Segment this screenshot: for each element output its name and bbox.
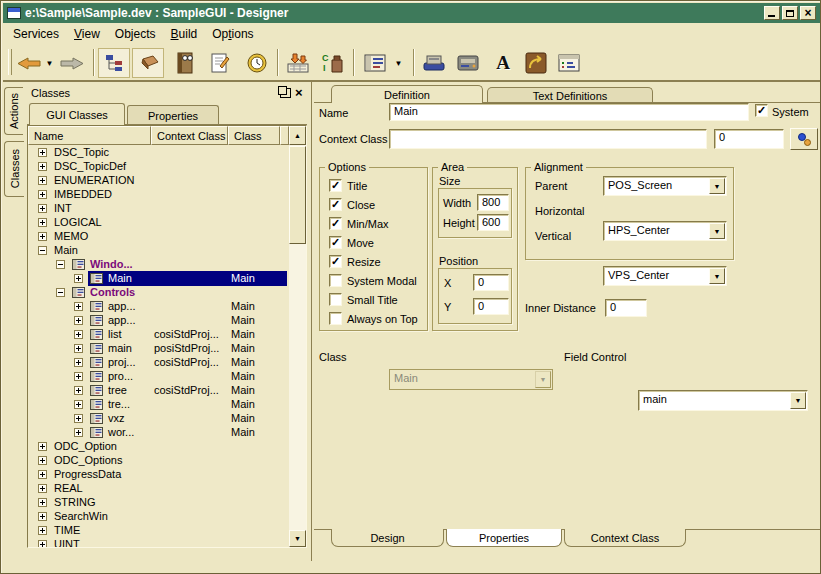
menu-build[interactable]: Build (171, 27, 198, 41)
tree-row[interactable]: listcosiStdProj...Main (28, 328, 289, 342)
tab-properties-left[interactable]: Properties (127, 105, 219, 125)
tree-expander[interactable] (74, 316, 83, 325)
vertical-combobox[interactable]: VPS_Center▼ (603, 266, 727, 286)
tree-row[interactable]: Controls (28, 286, 289, 300)
tree-row[interactable]: Main (28, 244, 289, 258)
tree-row[interactable]: REAL (28, 482, 289, 496)
tree-expander[interactable] (38, 442, 47, 451)
tree-expander[interactable] (74, 414, 83, 423)
tree-row[interactable]: MainMain (28, 272, 289, 286)
tree-expander[interactable] (74, 344, 83, 353)
tree-row[interactable]: MEMO (28, 230, 289, 244)
tree-expander[interactable] (38, 148, 47, 157)
tree-expander[interactable] (38, 498, 47, 507)
minimize-button[interactable] (764, 6, 780, 20)
tree-row[interactable]: vxzMain (28, 412, 289, 426)
tree-row[interactable]: IMBEDDED (28, 188, 289, 202)
tree-row[interactable]: UINT (28, 538, 289, 547)
option-checkbox-row[interactable]: ✓Resize (329, 255, 427, 268)
context-class-picker-button[interactable] (790, 128, 818, 150)
window-list-dropdown[interactable]: ▼ (392, 49, 405, 77)
dock-tab-classes[interactable]: Classes (4, 141, 24, 197)
font-button[interactable]: A (489, 49, 517, 77)
tree-expander[interactable] (38, 162, 47, 171)
option-checkbox-row[interactable]: ✓Title (329, 179, 427, 192)
tree-expander[interactable] (56, 288, 65, 297)
tree-expander[interactable] (38, 232, 47, 241)
back-button[interactable] (15, 49, 43, 77)
tree-expander[interactable] (74, 358, 83, 367)
horizontal-combobox[interactable]: HPS_Center▼ (603, 221, 727, 241)
menu-services[interactable]: Services (13, 27, 59, 41)
maximize-button[interactable] (782, 6, 798, 20)
tree-row[interactable]: INT (28, 202, 289, 216)
tree-row[interactable]: ODC_Options (28, 454, 289, 468)
tree-row[interactable]: DSC_TopicDef (28, 160, 289, 174)
tab-text-definitions[interactable]: Text Definitions (487, 87, 653, 103)
tree-expander[interactable] (38, 526, 47, 535)
tree-row[interactable]: proj...cosiStdProj...Main (28, 356, 289, 370)
tree-expander[interactable] (74, 330, 83, 339)
menu-view[interactable]: View (74, 27, 100, 41)
tree-expander[interactable] (74, 372, 83, 381)
back-dropdown-button[interactable]: ▼ (43, 49, 56, 77)
tree-expander[interactable] (38, 456, 47, 465)
tree-expander[interactable] (38, 204, 47, 213)
chevron-down-icon[interactable]: ▼ (790, 392, 806, 409)
tree-expander[interactable] (74, 302, 83, 311)
column-header-class[interactable]: Class (228, 126, 280, 145)
tree-row[interactable]: LOGICAL (28, 216, 289, 230)
panel-close-icon[interactable]: × (295, 85, 303, 100)
tree-expander[interactable] (38, 470, 47, 479)
edit-note-button[interactable] (206, 49, 234, 77)
width-input[interactable]: 800 (477, 194, 509, 211)
checkbox[interactable]: ✓ (329, 217, 342, 230)
tree-row[interactable]: ProgressData (28, 468, 289, 482)
import-data-button[interactable] (284, 49, 312, 77)
field-control-combobox[interactable]: main▼ (638, 390, 808, 411)
tree-expander[interactable] (38, 176, 47, 185)
tree-row[interactable]: app...Main (28, 314, 289, 328)
tree-row[interactable]: DSC_Topic (28, 146, 289, 160)
chevron-down-icon[interactable]: ▼ (709, 223, 725, 239)
panel-splitter[interactable] (311, 81, 312, 561)
tree-expander[interactable] (74, 274, 83, 283)
option-checkbox-row[interactable]: ✓Close (329, 198, 427, 211)
tree-expander[interactable] (74, 386, 83, 395)
hierarchy-view-button[interactable] (98, 48, 130, 78)
tree-row[interactable]: STRING (28, 496, 289, 510)
window-list-button[interactable] (360, 49, 390, 77)
eraser-button[interactable] (132, 48, 164, 78)
tree-expander[interactable] (38, 484, 47, 493)
context-class-input[interactable] (389, 129, 707, 149)
tab-context-class[interactable]: Context Class (564, 529, 686, 547)
tab-properties[interactable]: Properties (446, 529, 562, 547)
runtime-clock-button[interactable] (243, 49, 271, 77)
tree-expander[interactable] (38, 246, 47, 255)
menu-objects[interactable]: Objects (115, 27, 156, 41)
generate-code-button[interactable]: CI (319, 49, 347, 77)
height-input[interactable]: 600 (477, 214, 509, 231)
option-checkbox-row[interactable]: System Modal (329, 274, 427, 287)
toolbar-grip[interactable] (8, 49, 12, 75)
tree-expander[interactable] (56, 260, 65, 269)
close-button[interactable]: × (800, 6, 816, 20)
column-header-context-class[interactable]: Context Class (151, 126, 228, 145)
tab-design[interactable]: Design (331, 529, 444, 547)
dialog-window-button[interactable] (555, 49, 583, 77)
tree-expander[interactable] (74, 400, 83, 409)
tree-row[interactable]: tre...Main (28, 398, 289, 412)
checkbox[interactable] (329, 274, 342, 287)
tree-expander[interactable] (38, 190, 47, 199)
scroll-down-button[interactable]: ▼ (289, 530, 306, 547)
column-header-name[interactable]: Name (28, 126, 151, 145)
y-input[interactable]: 0 (473, 298, 509, 315)
menu-options[interactable]: Options (212, 27, 253, 41)
checkbox[interactable]: ✓ (329, 198, 342, 211)
help-book-button[interactable] (171, 49, 199, 77)
tree-expander[interactable] (74, 428, 83, 437)
print-button[interactable] (420, 49, 448, 77)
parent-combobox[interactable]: POS_Screen▼ (603, 176, 727, 196)
context-class-number-input[interactable]: 0 (714, 129, 784, 149)
tree-row[interactable]: mainposiStdProj...Main (28, 342, 289, 356)
